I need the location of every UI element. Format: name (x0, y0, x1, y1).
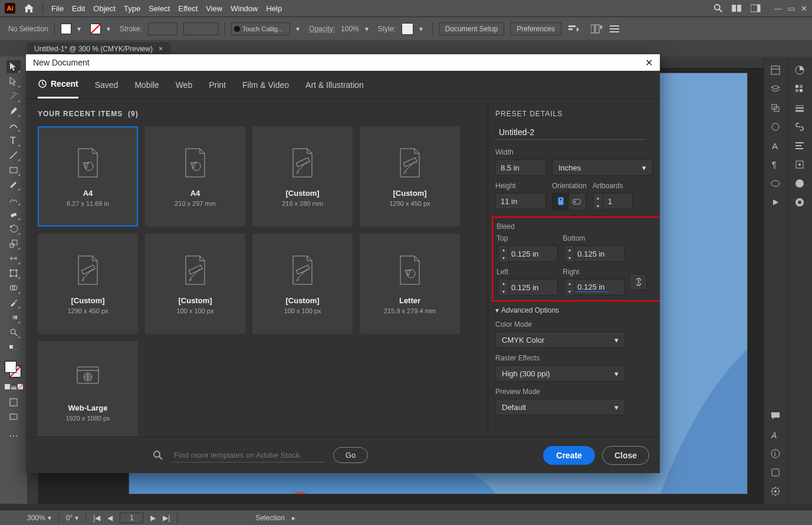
actions-panel-icon[interactable] (770, 197, 782, 209)
shaper-tool[interactable] (6, 193, 21, 206)
tab-print[interactable]: Print (209, 71, 226, 99)
stroke-panel-icon[interactable] (794, 103, 806, 114)
zoom-level[interactable]: 300% ▾ (27, 514, 51, 522)
toolbar-more-icon[interactable]: ⋯ (6, 429, 21, 442)
glyphs-panel-icon[interactable]: A (770, 429, 782, 441)
opacity-value[interactable]: 100% (341, 25, 359, 33)
artboard-nav-prev[interactable]: ◀ (107, 514, 113, 522)
stock-search-input[interactable] (172, 448, 325, 462)
tab-saved[interactable]: Saved (95, 71, 119, 99)
comment-panel-icon[interactable] (770, 411, 782, 422)
bleed-link-button[interactable] (629, 274, 647, 290)
artboard-nav-next[interactable]: ▶ (150, 514, 156, 522)
units-dropdown[interactable]: Inches▾ (552, 159, 653, 176)
tab-mobile[interactable]: Mobile (134, 71, 159, 99)
eyedropper-tool[interactable] (6, 296, 21, 309)
zoom-tool[interactable] (6, 326, 21, 339)
color-mode-icons[interactable] (5, 384, 23, 389)
artboard-number[interactable]: 1 (120, 513, 143, 523)
style-swatch[interactable] (402, 23, 413, 35)
menu-edit[interactable]: Edit (72, 4, 85, 13)
eraser-tool[interactable] (6, 208, 21, 221)
tab-film-video[interactable]: Film & Video (242, 71, 289, 99)
preset-name-input[interactable] (495, 125, 645, 140)
preset-card[interactable]: [Custom] 216 x 280 mm (252, 126, 353, 227)
width-tool[interactable] (6, 252, 21, 265)
menu-window[interactable]: Window (231, 4, 258, 13)
preset-card[interactable]: Web-Large 1920 x 1080 px (38, 341, 138, 437)
color-mode-dropdown[interactable]: CMYK Color▾ (495, 332, 625, 348)
artboards-stepper[interactable]: ▴▾ (593, 193, 603, 211)
preview-dropdown[interactable]: Default▾ (495, 399, 625, 415)
preset-card[interactable]: [Custom] 100 x 100 px (252, 234, 353, 334)
links-panel-icon[interactable] (794, 122, 806, 133)
orientation-landscape[interactable] (569, 193, 586, 210)
stroke-profile-dropdown[interactable] (183, 22, 219, 35)
bleed-left-input[interactable]: ▴▾ (497, 279, 558, 296)
align-panel-icon[interactable] (794, 140, 806, 152)
menu-view[interactable]: View (206, 4, 222, 13)
artboard-nav-last[interactable]: ▶| (163, 514, 170, 522)
bleed-right-input[interactable]: ▴▾ (563, 279, 624, 296)
direct-selection-tool[interactable] (6, 75, 21, 88)
preset-card[interactable]: A4 8.27 x 11.69 in (38, 126, 138, 227)
swatches-panel-icon[interactable] (794, 84, 806, 96)
tab-art-illustration[interactable]: Art & Illustration (305, 71, 364, 99)
fill-swatch[interactable] (61, 24, 71, 34)
transform-panel-icon[interactable] (794, 159, 806, 171)
status-dropdown[interactable]: ▸ (292, 514, 295, 522)
opacity-dropdown[interactable]: ▾ (365, 24, 372, 34)
height-input[interactable] (495, 193, 546, 209)
artboard-nav-first[interactable]: |◀ (93, 514, 100, 522)
bleed-top-input[interactable]: ▴▾ (497, 245, 558, 262)
dialog-close-icon[interactable]: ✕ (645, 57, 653, 68)
tab-recent[interactable]: Recent (38, 71, 78, 99)
libraries-panel-icon[interactable] (770, 467, 782, 479)
style-dropdown[interactable]: ▾ (419, 24, 426, 34)
stroke-weight-input[interactable] (148, 22, 177, 35)
preset-card[interactable]: [Custom] 1290 x 450 px (360, 126, 460, 227)
fill-stroke-swatches[interactable] (5, 361, 22, 379)
history-panel-icon[interactable] (794, 197, 806, 209)
stroke-swatch[interactable] (90, 24, 101, 34)
type-tool[interactable]: T (6, 134, 21, 147)
menu-help[interactable]: Help (266, 4, 282, 13)
orientation-portrait[interactable] (553, 193, 569, 210)
stroke-dropdown[interactable]: ▾ (107, 24, 114, 34)
rotate-tool[interactable] (6, 222, 21, 235)
menu-type[interactable]: Type (124, 4, 140, 13)
selection-tool[interactable] (6, 60, 21, 73)
workspace-panel-icon[interactable] (751, 4, 761, 13)
hamburger-icon[interactable] (610, 24, 619, 34)
preset-card[interactable]: [Custom] 100 x 100 px (145, 234, 245, 334)
line-tool[interactable] (6, 149, 21, 162)
opentype-panel-icon[interactable] (770, 178, 782, 190)
preferences-button[interactable]: Preferences (510, 22, 561, 35)
opacity-label[interactable]: Opacity: (309, 25, 335, 33)
window-restore-icon[interactable]: ▭ (788, 4, 795, 13)
align-icon[interactable] (567, 24, 579, 34)
raster-dropdown[interactable]: High (300 ppi)▾ (495, 365, 625, 382)
screen-mode-icon[interactable] (6, 411, 21, 424)
preset-card[interactable]: [Custom] 1290 x 450 px (38, 234, 138, 334)
brush-selector[interactable]: Touch Callig... (231, 22, 290, 35)
advanced-options-toggle[interactable]: ▾Advanced Options (495, 306, 653, 314)
menu-select[interactable]: Select (149, 4, 170, 13)
layers-panel-icon[interactable] (770, 84, 782, 96)
preset-card[interactable]: Letter 215.9 x 279.4 mm (360, 234, 460, 334)
color-panel-icon[interactable] (794, 65, 806, 77)
toolbar-edit-icon[interactable]: … (6, 342, 21, 355)
appearance-panel-icon[interactable] (794, 178, 806, 190)
home-icon[interactable] (24, 4, 34, 13)
menu-effect[interactable]: Effect (178, 4, 198, 13)
type-panel-icon[interactable]: A (770, 140, 782, 152)
magic-wand-tool[interactable] (6, 90, 21, 103)
rectangle-tool[interactable] (6, 163, 21, 176)
paragraph-panel-icon[interactable]: ¶ (770, 159, 782, 171)
go-button[interactable]: Go (333, 447, 368, 463)
pen-tool[interactable] (6, 104, 21, 117)
paintbrush-tool[interactable] (6, 178, 21, 191)
free-transform-tool[interactable] (6, 267, 21, 280)
settings-panel-icon[interactable] (770, 486, 782, 498)
window-minimize-icon[interactable]: — (774, 4, 782, 13)
